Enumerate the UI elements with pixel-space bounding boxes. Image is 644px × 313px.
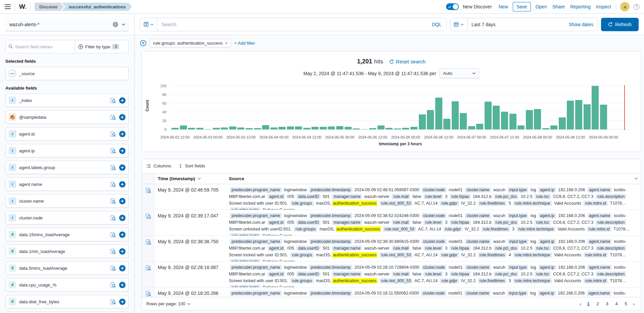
- histogram-bar[interactable]: [196, 128, 203, 129]
- histogram-bar[interactable]: [550, 125, 557, 129]
- histogram-bar[interactable]: [402, 128, 409, 129]
- histogram-bar[interactable]: [188, 128, 195, 129]
- histogram-bar[interactable]: [534, 109, 541, 129]
- add-field-icon[interactable]: [119, 181, 126, 188]
- clear-index-icon[interactable]: ×: [113, 22, 118, 27]
- histogram-bar[interactable]: [443, 119, 450, 130]
- time-column-header[interactable]: Time (timestamp): [155, 176, 226, 181]
- expand-document-icon[interactable]: [146, 291, 151, 297]
- histogram-bar[interactable]: [485, 102, 492, 129]
- calendar-menu[interactable]: [450, 18, 467, 31]
- page-4-button[interactable]: 4: [612, 300, 621, 308]
- remove-filter-icon[interactable]: ×: [225, 41, 228, 46]
- help-icon[interactable]: ?: [634, 4, 639, 10]
- histogram-bar[interactable]: [542, 128, 549, 129]
- histogram-bar[interactable]: [320, 127, 327, 129]
- histogram-bar[interactable]: [246, 128, 253, 129]
- table-row[interactable]: May 9, 2024 @ 02:38:38.750predecoder.pro…: [142, 236, 641, 262]
- field-item-data.cpu_usage_%[interactable]: #data.cpu_usage_%: [5, 278, 129, 292]
- sort-fields-button[interactable]: Sort fields: [179, 163, 205, 168]
- columns-button[interactable]: Columns: [146, 163, 171, 168]
- add-field-icon[interactable]: [119, 198, 126, 204]
- field-item-cluster.node[interactable]: tcluster.node: [5, 211, 129, 224]
- histogram-bar[interactable]: [600, 105, 607, 129]
- histogram-bar[interactable]: [501, 112, 508, 129]
- page-2-button[interactable]: 2: [594, 300, 602, 308]
- inspect-button[interactable]: Inspect: [595, 2, 612, 11]
- reset-search-button[interactable]: Reset search: [389, 59, 426, 64]
- histogram-bar[interactable]: [378, 125, 385, 129]
- rows-per-page-select[interactable]: Rows per page: 100: [146, 301, 191, 306]
- table-row[interactable]: May 9, 2024 @ 02:39:17.047predecoder.pro…: [142, 210, 641, 236]
- field-search-input[interactable]: [15, 44, 72, 49]
- histogram-bar[interactable]: [452, 101, 459, 130]
- histogram-bar[interactable]: [435, 98, 442, 129]
- add-field-icon[interactable]: [119, 299, 126, 305]
- histogram-bar[interactable]: [254, 128, 261, 129]
- visualize-field-icon[interactable]: [110, 98, 116, 103]
- search-input[interactable]: [157, 22, 427, 27]
- filter-by-type-button[interactable]: Filter by type 3: [75, 40, 129, 53]
- visualize-field-icon[interactable]: [110, 181, 116, 187]
- add-field-icon[interactable]: [119, 114, 126, 120]
- page-1-button[interactable]: 1: [584, 300, 592, 308]
- expand-document-icon[interactable]: [146, 188, 151, 210]
- add-field-icon[interactable]: [119, 164, 126, 171]
- add-filter-button[interactable]: + Add filter: [234, 41, 255, 46]
- histogram-bar[interactable]: [353, 128, 360, 129]
- query-language-button[interactable]: DQL: [427, 22, 446, 27]
- menu-icon[interactable]: [5, 4, 11, 9]
- histogram-bar[interactable]: [592, 86, 599, 129]
- histogram-bar[interactable]: [171, 128, 179, 129]
- next-page-button[interactable]: ›: [631, 301, 636, 307]
- show-dates-button[interactable]: Show dates: [569, 22, 597, 27]
- new-button[interactable]: New: [498, 2, 509, 11]
- histogram-bar[interactable]: [221, 127, 228, 130]
- visualize-field-icon[interactable]: [110, 114, 116, 120]
- histogram-bar[interactable]: [468, 126, 475, 129]
- saved-query-menu[interactable]: [140, 18, 157, 31]
- visualize-field-icon[interactable]: [110, 249, 116, 254]
- histogram-bar[interactable]: [328, 126, 335, 129]
- histogram-bar[interactable]: [237, 127, 244, 130]
- histogram-chart[interactable]: Count 020406080100 timestamp per 3 hours…: [147, 83, 636, 151]
- breadcrumb-discover[interactable]: Discover: [35, 3, 64, 11]
- open-button[interactable]: Open: [535, 2, 548, 11]
- new-discover-toggle[interactable]: [446, 3, 459, 10]
- histogram-bar[interactable]: [213, 128, 220, 129]
- histogram-bar[interactable]: [229, 126, 236, 129]
- histogram-bar[interactable]: [287, 126, 294, 129]
- visualize-field-icon[interactable]: [110, 232, 116, 238]
- add-field-icon[interactable]: [119, 282, 126, 288]
- histogram-bar[interactable]: [460, 113, 467, 129]
- wazuh-logo[interactable]: W.: [19, 3, 26, 10]
- histogram-bar[interactable]: [584, 104, 591, 129]
- add-field-icon[interactable]: [119, 131, 126, 137]
- visualize-field-icon[interactable]: [110, 215, 116, 221]
- histogram-bar[interactable]: [303, 128, 310, 129]
- previous-page-button[interactable]: ‹: [578, 301, 583, 307]
- table-row[interactable]: May 9, 2024 @ 02:28:18.087predecoder.pro…: [142, 262, 641, 288]
- index-pattern-select[interactable]: wazuh-alerts-* ×: [5, 18, 129, 31]
- filters-menu-icon[interactable]: [140, 40, 146, 46]
- histogram-bar[interactable]: [204, 129, 211, 130]
- histogram-bar[interactable]: [567, 101, 574, 129]
- field-item-agent.id[interactable]: tagent.id: [5, 127, 129, 141]
- field-item-data.15mins_loadAverage[interactable]: #data.15mins_loadAverage: [5, 228, 129, 241]
- source-column-header[interactable]: Source: [226, 176, 641, 181]
- page-5-button[interactable]: 5: [622, 300, 630, 308]
- add-field-icon[interactable]: [119, 97, 126, 104]
- add-field-icon[interactable]: [119, 148, 126, 154]
- visualize-field-icon[interactable]: [110, 131, 116, 137]
- field-item-agent.ip[interactable]: tagent.ip: [5, 144, 129, 157]
- field-item-data.1min_loadAverage[interactable]: #data.1min_loadAverage: [5, 245, 129, 258]
- field-item-_source[interactable]: </>_source: [5, 67, 129, 80]
- expand-document-icon[interactable]: [146, 213, 151, 236]
- histogram-bar[interactable]: [369, 128, 376, 129]
- avatar[interactable]: a: [620, 2, 630, 11]
- histogram-bar[interactable]: [559, 117, 566, 129]
- field-item-cluster.name[interactable]: tcluster.name: [5, 194, 129, 208]
- histogram-bar[interactable]: [311, 127, 318, 129]
- visualize-field-icon[interactable]: [110, 299, 116, 305]
- histogram-bar[interactable]: [509, 114, 516, 129]
